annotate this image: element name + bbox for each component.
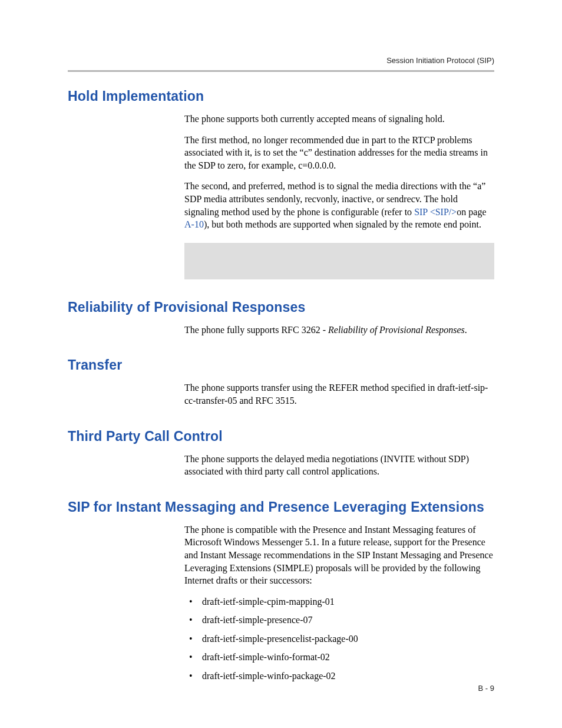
page-number: B - 9 — [478, 684, 494, 693]
drafts-list: draft-ietf-simple-cpim-mapping-01 draft-… — [184, 595, 494, 683]
page: Session Initiation Protocol (SIP) Hold I… — [0, 0, 562, 728]
hold-p3-c: ), but both methods are supported when s… — [204, 219, 481, 229]
heading-reliability: Reliability of Provisional Responses — [68, 299, 494, 315]
transfer-p1: The phone supports transfer using the RE… — [184, 381, 494, 407]
hold-p3-b: on page — [457, 207, 486, 217]
draft-item: draft-ietf-simple-presencelist-package-0… — [184, 633, 494, 645]
draft-item: draft-ietf-simple-presence-07 — [184, 614, 494, 627]
reliability-p1-a: The phone fully supports RFC 3262 - — [184, 325, 328, 335]
heading-simple: SIP for Instant Messaging and Presence L… — [68, 499, 494, 515]
link-sip[interactable]: SIP <SIP/> — [414, 207, 457, 217]
heading-third-party: Third Party Call Control — [68, 429, 494, 444]
body-reliability: The phone fully supports RFC 3262 - Reli… — [184, 324, 494, 337]
reliability-p1: The phone fully supports RFC 3262 - Reli… — [184, 324, 494, 337]
reliability-p1-i: Reliability of Provisional Responses — [328, 325, 465, 335]
running-header: Session Initiation Protocol (SIP) — [386, 56, 494, 65]
reliability-p1-b: . — [465, 325, 467, 335]
draft-item: draft-ietf-simple-winfo-format-02 — [184, 651, 494, 664]
draft-item: draft-ietf-simple-cpim-mapping-01 — [184, 595, 494, 608]
body-simple: The phone is compatible with the Presenc… — [184, 523, 494, 683]
body-hold: The phone supports both currently accept… — [184, 113, 494, 231]
link-a10[interactable]: A-10 — [184, 219, 204, 229]
heading-transfer: Transfer — [68, 357, 494, 373]
note-placeholder-box — [184, 243, 494, 279]
header-rule — [68, 70, 494, 72]
hold-p2: The first method, no longer recommended … — [184, 134, 494, 172]
body-third-party: The phone supports the delayed media neg… — [184, 453, 494, 478]
hold-p1: The phone supports both currently accept… — [184, 113, 494, 126]
hold-p3: The second, and preferred, method is to … — [184, 180, 494, 230]
simple-p1: The phone is compatible with the Presenc… — [184, 523, 494, 587]
draft-item: draft-ietf-simple-winfo-package-02 — [184, 670, 494, 683]
body-transfer: The phone supports transfer using the RE… — [184, 381, 494, 407]
heading-hold-implementation: Hold Implementation — [68, 88, 494, 104]
third-party-p1: The phone supports the delayed media neg… — [184, 453, 494, 478]
